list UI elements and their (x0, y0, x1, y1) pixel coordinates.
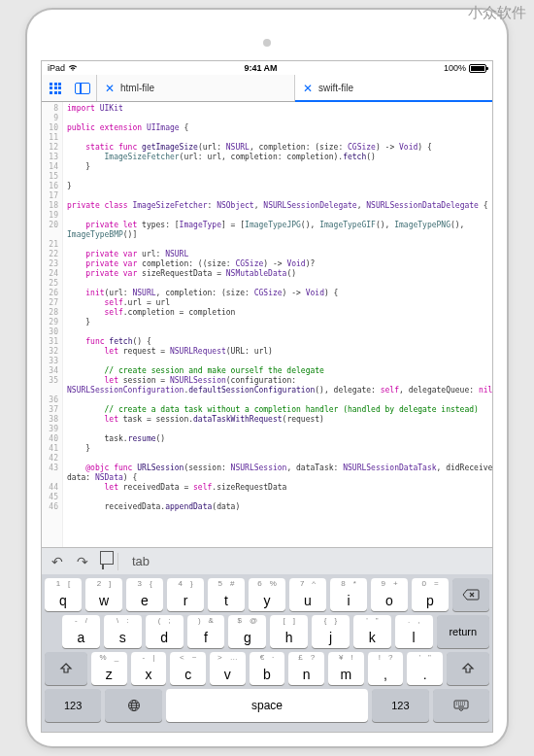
key-d[interactable]: (;d (146, 615, 184, 648)
keyboard-icon (453, 700, 469, 711)
key-l[interactable]: .,l (395, 615, 433, 648)
watermark-text: 小众软件 (468, 4, 526, 22)
key-n[interactable]: £?n (288, 652, 324, 685)
undo-button[interactable]: ↶ (51, 554, 63, 569)
keyboard-shortcut-bar: ↶ ↷ tab (42, 547, 492, 574)
key-b[interactable]: €·b (250, 652, 285, 685)
ipad-frame: iPad 9:41 AM 100% ✕html-file✕swift-file … (27, 10, 507, 746)
tab-label: html-file (120, 83, 154, 93)
key-comma[interactable]: !?, (368, 652, 404, 685)
key-z[interactable]: %_z (91, 652, 127, 685)
key-t[interactable]: 5#t (208, 578, 245, 611)
key-y[interactable]: 6%y (249, 578, 285, 611)
key-h[interactable]: []h (270, 615, 308, 648)
tab-html-file[interactable]: ✕html-file (96, 75, 294, 101)
onscreen-keyboard: 1[q2]w3{e4}r5#t6%y7^u8*i9+o0=p -/a\:s(;d… (42, 574, 492, 732)
device-label: iPad (48, 63, 65, 73)
toolbar: ✕html-file✕swift-file (42, 75, 492, 102)
key-u[interactable]: 7^u (289, 578, 326, 611)
key-k[interactable]: '"k (353, 615, 391, 648)
space-key[interactable]: space (166, 689, 368, 722)
hide-keyboard-key[interactable] (433, 689, 489, 722)
numbers-key[interactable]: 123 (45, 689, 101, 722)
tab-label: swift-file (318, 83, 353, 93)
shift-icon (461, 662, 475, 675)
backspace-icon (462, 589, 480, 601)
line-gutter: 8 9 10 11 12 13 14 15 16 17 18 19 20 21 … (42, 102, 63, 547)
key-r[interactable]: 4}r (167, 578, 204, 611)
status-bar: iPad 9:41 AM 100% (42, 61, 492, 75)
apps-grid-button[interactable] (42, 75, 69, 101)
clipboard-button[interactable] (102, 554, 104, 568)
key-o[interactable]: 9+o (371, 578, 408, 611)
code-editor[interactable]: 8 9 10 11 12 13 14 15 16 17 18 19 20 21 … (42, 102, 492, 547)
key-p[interactable]: 0=p (412, 578, 449, 611)
wifi-icon (68, 64, 78, 72)
grid-icon (50, 83, 61, 94)
tab-key-button[interactable]: tab (132, 554, 150, 568)
key-g[interactable]: $@g (228, 615, 266, 648)
shift-key[interactable] (45, 652, 87, 685)
clock: 9:41 AM (244, 63, 277, 73)
tab-bar: ✕html-file✕swift-file (96, 75, 492, 101)
key-x[interactable]: -|x (131, 652, 167, 685)
key-w[interactable]: 2]w (85, 578, 122, 611)
close-icon[interactable]: ✕ (303, 82, 313, 95)
emoji-key[interactable] (105, 689, 161, 722)
key-c[interactable]: <~c (170, 652, 206, 685)
copy-icon (102, 553, 104, 569)
battery-icon (469, 64, 486, 73)
backspace-key[interactable] (452, 578, 489, 611)
split-view-button[interactable] (69, 75, 96, 101)
tab-swift-file[interactable]: ✕swift-file (294, 75, 492, 101)
shift-icon (59, 662, 73, 675)
key-m[interactable]: ¥!m (328, 652, 364, 685)
close-icon[interactable]: ✕ (105, 82, 115, 95)
code-content[interactable]: import UIKit public extension UIImage { … (63, 102, 492, 547)
key-q[interactable]: 1[q (45, 578, 82, 611)
key-s[interactable]: \:s (104, 615, 142, 648)
return-key[interactable]: return (437, 615, 489, 648)
battery-percent: 100% (444, 63, 466, 73)
key-period[interactable]: '". (407, 652, 443, 685)
screen: iPad 9:41 AM 100% ✕html-file✕swift-file … (41, 60, 493, 733)
camera-dot (263, 39, 271, 47)
key-v[interactable]: >…v (210, 652, 246, 685)
redo-button[interactable]: ↷ (77, 554, 88, 569)
numbers-key-right[interactable]: 123 (372, 689, 428, 722)
key-f[interactable]: )&f (187, 615, 225, 648)
globe-icon (127, 699, 141, 712)
key-e[interactable]: 3{e (126, 578, 163, 611)
key-j[interactable]: {}j (312, 615, 350, 648)
split-icon (75, 83, 90, 94)
key-i[interactable]: 8*i (330, 578, 367, 611)
shift-key-right[interactable] (447, 652, 489, 685)
key-a[interactable]: -/a (62, 615, 100, 648)
